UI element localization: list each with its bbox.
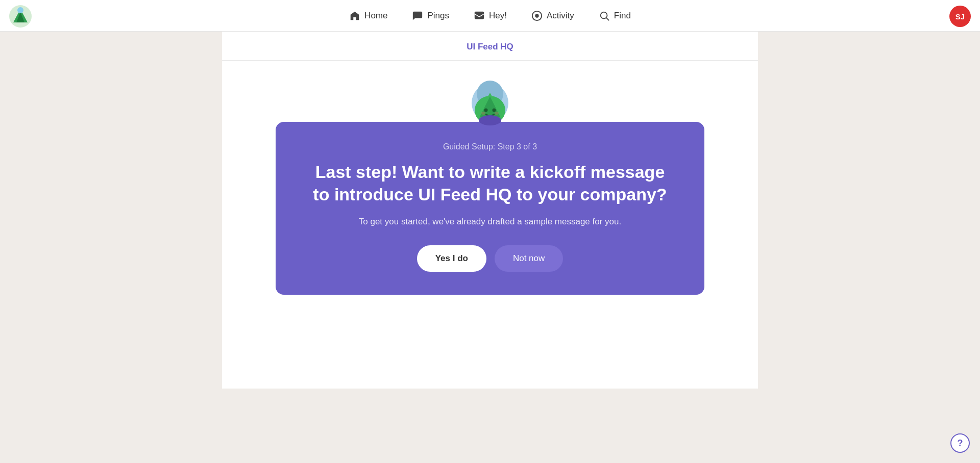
nav-find-label: Find <box>614 11 631 21</box>
main-content: UI Feed HQ <box>0 32 980 463</box>
pings-icon <box>412 10 423 21</box>
not-now-button[interactable]: Not now <box>495 245 563 272</box>
card-panel: UI Feed HQ <box>222 32 758 389</box>
nav-hey[interactable]: Hey! <box>474 10 507 21</box>
hey-icon <box>474 10 485 21</box>
svg-point-16 <box>481 112 485 115</box>
svg-point-18 <box>479 115 501 125</box>
nav-pings[interactable]: Pings <box>412 10 449 21</box>
mascot-container <box>459 76 521 137</box>
svg-point-7 <box>600 12 607 18</box>
nav-home-label: Home <box>364 11 387 21</box>
svg-line-8 <box>606 18 609 20</box>
card-header: UI Feed HQ <box>222 32 758 61</box>
svg-point-14 <box>484 109 488 112</box>
dialog-title: Last step! Want to write a kickoff messa… <box>306 161 674 205</box>
nav-find[interactable]: Find <box>599 10 631 21</box>
yes-button[interactable]: Yes I do <box>417 245 486 272</box>
dialog-buttons: Yes I do Not now <box>306 245 674 272</box>
nav-home[interactable]: Home <box>349 10 387 21</box>
activity-icon <box>531 10 543 21</box>
card-header-link[interactable]: UI Feed HQ <box>467 42 513 52</box>
nav-pings-label: Pings <box>427 11 449 21</box>
home-icon <box>349 10 360 21</box>
nav-activity[interactable]: Activity <box>531 10 574 21</box>
step-label: Guided Setup: Step 3 of 3 <box>306 142 674 151</box>
nav-activity-label: Activity <box>547 11 574 21</box>
app-logo[interactable] <box>9 5 32 28</box>
top-nav: Home Pings Hey! Activity Find <box>0 0 980 32</box>
user-avatar[interactable]: SJ <box>949 6 971 27</box>
svg-rect-4 <box>475 11 484 19</box>
svg-point-15 <box>493 109 496 112</box>
help-button[interactable]: ? <box>950 433 970 453</box>
svg-point-3 <box>17 7 23 13</box>
svg-point-17 <box>495 112 499 115</box>
mascot-icon <box>462 79 518 135</box>
dialog-subtitle: To get you started, we've already drafte… <box>306 217 674 227</box>
user-initials: SJ <box>955 12 965 21</box>
search-icon <box>599 10 610 21</box>
svg-point-6 <box>535 14 538 17</box>
nav-hey-label: Hey! <box>489 11 507 21</box>
guided-setup-dialog: Guided Setup: Step 3 of 3 Last step! Wan… <box>276 122 704 295</box>
